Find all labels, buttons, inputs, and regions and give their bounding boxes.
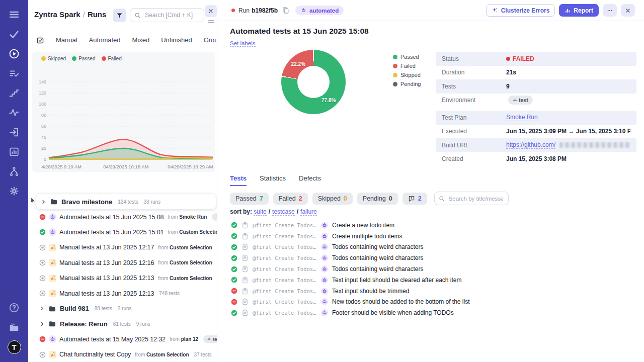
- chip-count: 7: [260, 195, 263, 202]
- tab-manual[interactable]: Manual: [56, 36, 77, 44]
- sort-option-failure[interactable]: failure: [300, 208, 317, 216]
- filter-chip-comments[interactable]: 2: [403, 193, 427, 205]
- tab-automated[interactable]: Automated: [89, 36, 121, 44]
- sidebar-play-circle-icon[interactable]: [8, 47, 21, 60]
- tab-defects[interactable]: Defects: [299, 174, 321, 186]
- runs-panel-close-button[interactable]: [205, 5, 217, 17]
- panel-resize-handle[interactable]: [208, 20, 214, 23]
- tab-statistics[interactable]: Statistics: [260, 174, 286, 186]
- test-row[interactable]: @first Create Todos…Text input field sho…: [231, 275, 633, 286]
- sidebar-steps-icon[interactable]: [8, 86, 21, 99]
- close-run-button[interactable]: [621, 4, 635, 17]
- tab-unfinished[interactable]: Unfinished: [161, 36, 192, 44]
- tab-groups[interactable]: Groups: [204, 36, 217, 44]
- more-options-button[interactable]: [603, 4, 617, 17]
- runs-search-input[interactable]: [144, 11, 200, 19]
- sidebar-menu-icon[interactable]: [8, 8, 21, 21]
- automated-test-icon: [321, 298, 328, 305]
- donut-legend-item-pending[interactable]: Pending: [393, 81, 421, 87]
- test-row[interactable]: @first Create Todos…Text input should be…: [231, 286, 633, 297]
- app-root: T Zyntra Spark/Runs ManualAutomatedMixed…: [0, 0, 644, 362]
- donut-legend: PassedFailedSkippedPending: [393, 54, 421, 87]
- redacted-url-segment: [559, 142, 630, 148]
- sidebar-pulse-icon[interactable]: [8, 106, 21, 119]
- legend-item-skipped[interactable]: Skipped: [41, 56, 66, 61]
- environment-badge[interactable]: test: [508, 96, 533, 105]
- run-folder-row[interactable]: Release: Rerun61 tests9 runs: [28, 316, 217, 331]
- comment-icon: [408, 195, 415, 202]
- chip-count: 0: [389, 195, 392, 202]
- legend-label: Skipped: [400, 72, 421, 78]
- clusterize-errors-button[interactable]: Clusterize Errors: [486, 4, 555, 17]
- test-row[interactable]: @first Create Todos…Create multiple todo…: [231, 231, 633, 242]
- test-title: Text input field should be cleared after…: [332, 277, 461, 284]
- run-row[interactable]: Manual tests at 13 Jun 2025 12:16from Cu…: [28, 255, 217, 270]
- test-row[interactable]: @first Create Todos…Todos containing wei…: [231, 263, 633, 275]
- status-passed-icon: [231, 310, 237, 316]
- test-plan-link[interactable]: Smoke Run: [506, 114, 538, 121]
- run-source: from Custom Selection: [158, 245, 212, 250]
- sort-option-suite[interactable]: suite: [254, 208, 266, 216]
- sidebar-branch-icon[interactable]: [8, 165, 21, 177]
- report-button[interactable]: Report: [559, 4, 599, 17]
- sidebar-folders-icon[interactable]: [8, 321, 21, 333]
- select-runs-icon[interactable]: [36, 36, 44, 44]
- filter-chip-failed[interactable]: Failed2: [273, 193, 308, 205]
- test-row[interactable]: @first Create Todos…Todos containing wei…: [231, 242, 633, 253]
- sidebar-analytics-icon[interactable]: [8, 145, 21, 158]
- sidebar-check-icon[interactable]: [8, 28, 21, 40]
- run-row[interactable]: Chat functinality test Copyfrom Custom S…: [28, 347, 217, 362]
- sidebar-list-check-icon[interactable]: [8, 67, 21, 79]
- status-progress-icon: [39, 351, 46, 358]
- filter-chip-skipped[interactable]: Skipped0: [312, 193, 353, 205]
- legend-item-failed[interactable]: Failed: [102, 56, 122, 61]
- build-url-link[interactable]: https://github.com/: [506, 141, 555, 149]
- run-row[interactable]: Manual tests at 13 Jun 2025 12:13748 tes…: [28, 286, 217, 301]
- test-row[interactable]: @first Create Todos…New todos should be …: [231, 297, 633, 308]
- automated-test-icon: [321, 309, 328, 316]
- set-labels-link[interactable]: Set labels: [230, 40, 256, 47]
- test-row[interactable]: @first Create Todos…Footer should be vis…: [231, 307, 633, 318]
- run-row[interactable]: Manual tests at 13 Jun 2025 12:17from Cu…: [28, 240, 217, 255]
- donut-legend-item-passed[interactable]: Passed: [393, 54, 421, 60]
- breadcrumb-project[interactable]: Zyntra Spark: [34, 10, 80, 19]
- environment-badge[interactable]: test: [212, 213, 217, 221]
- detail-row: ExecutedJun 15, 2025 3:09 PM → Jun 15, 2…: [436, 125, 636, 139]
- detail-value: 9: [506, 83, 510, 90]
- filter-chip-pending[interactable]: Pending0: [357, 193, 398, 205]
- filter-chip-passed[interactable]: Passed7: [230, 193, 269, 205]
- sidebar-import-icon[interactable]: [8, 126, 21, 138]
- environment-badge[interactable]: test: [203, 335, 217, 343]
- sidebar: T: [0, 0, 28, 362]
- run-folder-row[interactable]: Build 98188 tests2 runs: [28, 301, 217, 316]
- filter-button[interactable]: [113, 9, 126, 22]
- sidebar-gear-icon[interactable]: [8, 185, 21, 197]
- copy-run-id-button[interactable]: [282, 7, 289, 14]
- chip-label: Passed: [235, 195, 257, 202]
- run-row[interactable]: Automated tests at 15 Jun 2025 15:08from…: [28, 209, 217, 224]
- detail-value: Jun 15, 2025 3:08 PM: [506, 155, 567, 162]
- run-row[interactable]: Automated tests at 15 May 2025 12:32from…: [28, 332, 217, 347]
- tests-list: @first Create Todos…Create a new todo it…: [231, 220, 633, 318]
- tab-tests[interactable]: Tests: [230, 174, 247, 186]
- test-row[interactable]: @first Create Todos…Create a new todo it…: [231, 220, 633, 231]
- sidebar-help-icon[interactable]: [8, 301, 21, 314]
- tests-search-input[interactable]: [448, 195, 504, 202]
- automated-badge[interactable]: automated: [295, 6, 344, 15]
- status-progress-icon: [39, 244, 46, 251]
- automated-test-icon: [321, 288, 328, 295]
- donut-legend-item-skipped[interactable]: Skipped: [393, 72, 421, 78]
- search-icon: [439, 196, 445, 202]
- run-label: Run: [238, 7, 250, 14]
- tab-mixed[interactable]: Mixed: [132, 36, 150, 44]
- automated-icon: [49, 228, 56, 236]
- donut-legend-item-failed[interactable]: Failed: [393, 63, 421, 69]
- legend-dot: [393, 55, 397, 59]
- legend-item-passed[interactable]: Passed: [72, 56, 95, 61]
- sort-option-testcase[interactable]: testcase: [272, 208, 295, 216]
- test-row[interactable]: @first Create Todos…Todos containing wei…: [231, 252, 633, 263]
- run-folder-row[interactable]: Bravo milestone124 tests33 runs: [36, 194, 216, 209]
- run-row[interactable]: Manual tests at 13 Jun 2025 12:13from Cu…: [28, 270, 217, 286]
- app-logo[interactable]: T: [8, 340, 21, 354]
- run-row[interactable]: Automated tests at 15 Jun 2025 15:01from…: [28, 225, 217, 240]
